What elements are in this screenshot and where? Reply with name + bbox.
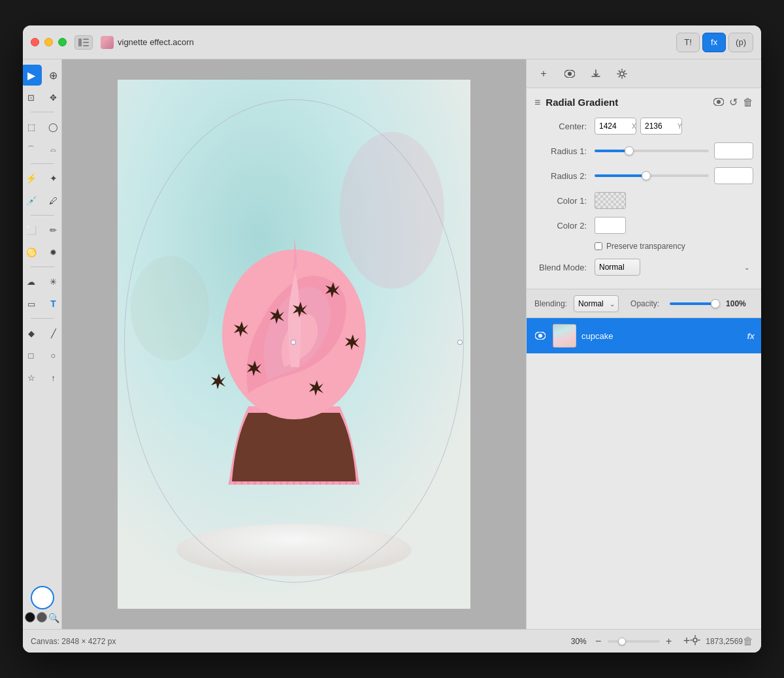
center-label: Center: — [534, 121, 587, 131]
instant-alpha-tool[interactable]: ✦ — [43, 168, 64, 189]
ellipse-select-tool[interactable]: ◯ — [43, 116, 64, 137]
separator-2 — [31, 163, 54, 164]
separator-3 — [31, 215, 54, 216]
blend-select-arrow: ⌄ — [744, 264, 749, 271]
ellipse-vector-tool[interactable]: ○ — [43, 345, 64, 366]
black-swatch[interactable] — [25, 612, 35, 622]
traffic-lights — [31, 38, 67, 46]
maximize-button[interactable] — [58, 38, 67, 46]
tools-tab[interactable]: T! — [676, 33, 700, 52]
sidebar-toggle-button[interactable] — [74, 35, 93, 50]
radius2-value[interactable]: 1995 — [714, 167, 753, 184]
gear-filter-button[interactable] — [613, 65, 631, 83]
tool-pair-2: ⊡ ✥ — [23, 87, 64, 108]
y-axis-label: Y — [678, 123, 682, 130]
layer-thumbnail-inner — [553, 325, 576, 347]
filter-panel-header: ≡ Radial Gradient ↺ 🗑 — [534, 96, 753, 108]
line-tool[interactable]: ╱ — [43, 323, 64, 344]
smudge-tool[interactable]: ☁ — [23, 271, 42, 292]
app-window: vignette effect.acorn T! fx (p) ▶ ⊕ ⊡ ✥ … — [23, 25, 761, 653]
svg-rect-1 — [83, 39, 89, 40]
gradient-edge-handle[interactable] — [457, 340, 463, 345]
download-filter-button[interactable] — [587, 65, 605, 83]
center-y-field[interactable] — [645, 121, 676, 131]
rect-shape-tool[interactable]: ▭ — [23, 293, 42, 314]
visibility-filter-button[interactable] — [561, 65, 579, 83]
add-layer-button[interactable]: + — [683, 634, 691, 648]
filter-delete-button[interactable]: 🗑 — [743, 96, 753, 108]
preserve-row: Preserve transparency — [534, 242, 753, 251]
pencil-tool[interactable]: ✏ — [43, 219, 64, 240]
zoom-out-button[interactable]: − — [592, 635, 605, 648]
lasso-tool[interactable]: ⌒ — [23, 138, 42, 159]
eraser-tool[interactable]: ⬜ — [23, 219, 42, 240]
filter-reset-button[interactable]: ↺ — [729, 96, 738, 108]
arrow-tool[interactable]: ↑ — [43, 367, 64, 388]
radius1-slider[interactable] — [595, 150, 709, 152]
magic-lasso-tool[interactable]: ⌓ — [43, 138, 64, 159]
radius2-slider[interactable] — [595, 174, 709, 177]
tool-pair-5: ⚡ ✦ — [23, 168, 64, 189]
center-y-input[interactable]: Y — [640, 118, 682, 135]
sharpen-tool[interactable]: ✳ — [43, 271, 64, 292]
blend-mode-select[interactable]: Normal Multiply Screen Overlay Darken Li… — [595, 259, 640, 276]
zoom-controls: − + — [592, 635, 676, 648]
filter-menu-icon[interactable]: ≡ — [534, 97, 540, 108]
blend-mode-label: Blend Mode: — [534, 263, 587, 272]
layers-list: cupcake fx — [527, 318, 761, 629]
zoom-slider[interactable] — [608, 640, 660, 643]
color1-preview[interactable] — [595, 192, 626, 209]
radius2-label: Radius 2: — [534, 171, 587, 181]
delete-layer-button[interactable]: 🗑 — [743, 636, 753, 647]
magic-wand-tool[interactable]: ⚡ — [23, 168, 42, 189]
radius1-value[interactable]: 1303.3 — [714, 142, 753, 159]
zoom-in-button[interactable]: + — [662, 635, 676, 648]
add-filter-button[interactable]: + — [534, 65, 553, 83]
fx-tab[interactable]: fx — [702, 33, 726, 52]
eyedropper-tool[interactable]: 💉 — [23, 190, 42, 211]
center-x-field[interactable] — [599, 121, 630, 131]
tool-pair-3: ⬚ ◯ — [23, 116, 64, 137]
blending-select[interactable]: Normal Multiply Screen — [574, 295, 619, 312]
select-tool[interactable]: ▶ — [23, 65, 42, 86]
opacity-thumb[interactable] — [711, 299, 720, 308]
svg-point-17 — [620, 72, 624, 76]
radius1-slider-container — [595, 150, 709, 152]
layer-settings-button[interactable] — [690, 635, 700, 648]
minimize-button[interactable] — [44, 38, 53, 46]
tool-pair-6: 💉 🖊 — [23, 190, 64, 211]
rect-select-tool[interactable]: ⬚ — [23, 116, 42, 137]
star-tool[interactable]: ☆ — [23, 367, 42, 388]
filter-visibility-button[interactable] — [713, 96, 724, 108]
zoom-thumb[interactable] — [618, 638, 626, 645]
paint-tool[interactable]: 🖊 — [43, 190, 64, 211]
retouch-tool[interactable]: ✹ — [43, 242, 64, 263]
svg-rect-2 — [83, 42, 89, 43]
radius1-thumb[interactable] — [625, 146, 634, 155]
clone-tool[interactable]: ♋ — [23, 242, 42, 263]
foreground-color[interactable] — [31, 586, 54, 609]
opacity-slider[interactable] — [670, 302, 715, 305]
rect-vector-tool[interactable]: □ — [23, 345, 42, 366]
pen-tool[interactable]: ◆ — [23, 323, 42, 344]
separator-4 — [31, 266, 54, 267]
plugin-tab[interactable]: (p) — [728, 33, 753, 52]
radius2-thumb[interactable] — [642, 171, 651, 180]
filter-properties-panel: ≡ Radial Gradient ↺ 🗑 Center: — [527, 88, 761, 289]
center-x-input[interactable]: X — [595, 118, 636, 135]
layer-visibility-button[interactable] — [533, 329, 547, 343]
preserve-checkbox[interactable] — [595, 242, 602, 250]
canvas-area[interactable] — [62, 59, 526, 629]
text-tool[interactable]: T — [43, 293, 64, 314]
gray-swatch[interactable] — [37, 612, 47, 622]
layer-row[interactable]: cupcake fx — [527, 318, 761, 353]
layer-fx-button[interactable]: fx — [747, 331, 755, 341]
gradient-center-handle[interactable] — [291, 340, 296, 345]
zoom-magnifier[interactable]: 🔍 — [48, 612, 60, 624]
close-button[interactable] — [31, 38, 39, 46]
transform-tool[interactable]: ✥ — [43, 87, 64, 108]
color2-preview[interactable] — [595, 217, 626, 234]
zoom-tool[interactable]: ⊕ — [43, 65, 64, 86]
tool-pair-9: ☁ ✳ — [23, 271, 64, 292]
crop-tool[interactable]: ⊡ — [23, 87, 42, 108]
